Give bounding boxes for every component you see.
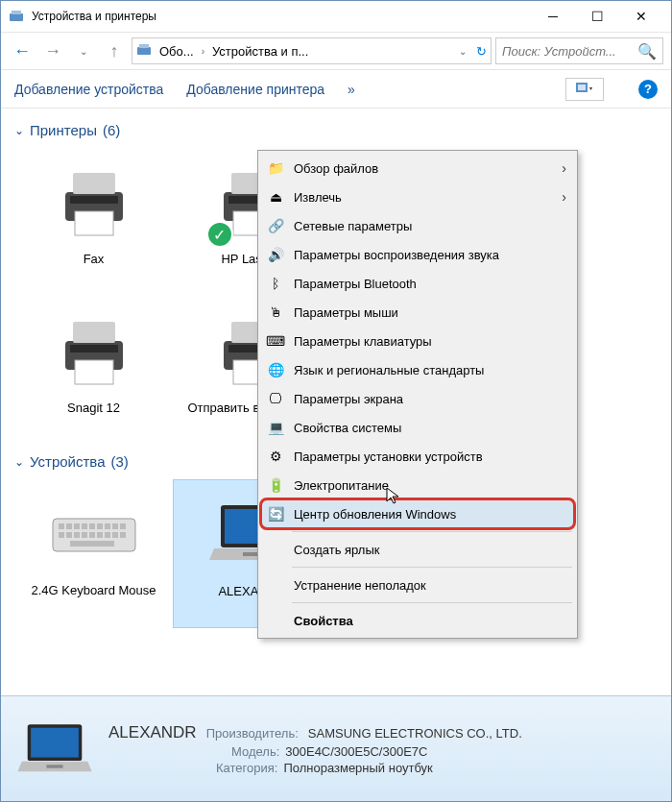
menu-item-label: Параметры Bluetooth [294,277,566,291]
svg-rect-30 [112,523,118,529]
keyboard-icon [48,487,140,579]
menu-item[interactable]: 🖵Параметры экрана [261,384,574,413]
blank-icon [267,612,284,629]
menu-separator [292,531,572,532]
region-icon: 🌐 [267,361,284,378]
menu-item-label: Параметры экрана [294,392,566,406]
device-item-fax[interactable]: Fax [14,148,173,297]
view-options-button[interactable] [565,78,604,101]
minimize-button[interactable]: ─ [531,1,575,32]
chevron-icon[interactable]: › [202,46,204,57]
menu-item[interactable]: ⏏Извлечь› [261,182,574,211]
menu-item[interactable]: 🔄Центр обновления Windows [261,499,574,528]
details-label: Производитель: [206,726,299,741]
network-icon: 🔗 [267,217,284,234]
chevron-down-icon[interactable]: ⌄ [459,46,467,57]
svg-rect-26 [82,523,87,529]
help-button[interactable]: ? [638,80,658,99]
printer-icon [48,304,140,397]
command-bar: Добавление устройства Добавление принтер… [1,70,671,109]
svg-rect-2 [137,47,151,55]
devices-icon [136,42,152,61]
update-icon: 🔄 [267,505,284,523]
blank-icon [267,576,284,594]
chevron-right-icon: › [562,189,566,205]
svg-rect-41 [70,541,114,547]
details-value: 300E4C/300E5C/300E7C [285,744,427,759]
up-button[interactable]: ↑ [101,37,128,64]
more-commands-button[interactable]: » [348,82,355,97]
menu-item[interactable]: ᛒПараметры Bluetooth [261,269,574,298]
device-item-keyboard[interactable]: 2.4G Keyboard Mouse [14,479,173,628]
menu-item[interactable]: Устранение неполадок [261,571,574,599]
keyboard-icon: ⌨ [267,332,284,350]
svg-rect-35 [82,532,87,538]
menu-item-label: Параметры установки устройств [294,450,566,464]
default-check-icon: ✓ [206,221,233,248]
menu-item-label: Свойства [294,614,566,628]
address-row: ← → ⌄ ↑ Обо... › Устройства и п... ⌄ ↻ 🔍 [1,32,671,70]
laptop-icon [16,720,93,778]
menu-item-label: Сетевые параметры [294,219,566,233]
menu-item[interactable]: 🔋Электропитание [261,471,574,499]
menu-item[interactable]: Свойства [261,606,574,635]
maximize-button[interactable]: ☐ [575,1,619,32]
menu-item[interactable]: 🌐Язык и региональные стандарты [261,355,574,384]
menu-item[interactable]: 💻Свойства системы [261,413,574,442]
device-label: Snagit 12 [67,401,120,416]
window-icon [9,9,24,24]
breadcrumb-seg[interactable]: Устройства и п... [208,42,312,61]
svg-rect-16 [75,360,113,384]
group-count: (6) [103,122,120,138]
menu-item[interactable]: 🔊Параметры воспроизведения звука [261,240,574,269]
device-icon: ⚙ [267,448,284,465]
context-menu: 📁Обзор файлов›⏏Извлечь›🔗Сетевые параметр… [257,150,578,639]
refresh-icon[interactable]: ↻ [476,44,487,59]
add-printer-button[interactable]: Добавление принтера [186,82,324,97]
menu-item-label: Свойства системы [294,421,566,435]
search-input[interactable] [502,44,634,59]
back-button[interactable]: ← [9,37,36,64]
svg-rect-9 [70,196,118,204]
address-bar[interactable]: Обо... › Устройства и п... ⌄ ↻ [132,37,492,64]
menu-item-label: Параметры клавиатуры [294,334,566,349]
menu-item-label: Центр обновления Windows [294,507,565,522]
svg-rect-3 [139,44,149,48]
menu-item[interactable]: 🔗Сетевые параметры [261,211,574,240]
svg-rect-32 [59,532,64,538]
group-header-printers[interactable]: ⌄ Принтеры (6) [14,122,658,138]
collapse-icon[interactable]: ⌄ [14,455,24,469]
svg-rect-0 [10,13,23,21]
svg-rect-37 [97,532,103,538]
svg-rect-5 [578,85,586,90]
recent-dropdown[interactable]: ⌄ [70,37,97,64]
svg-rect-31 [120,523,126,529]
menu-item[interactable]: 📁Обзор файлов› [261,154,574,182]
search-icon[interactable]: 🔍 [637,42,657,61]
breadcrumb-seg[interactable]: Обо... [156,42,198,61]
forward-button[interactable]: → [39,37,66,64]
eject-icon: ⏏ [267,188,284,206]
svg-rect-29 [105,523,110,529]
details-value: Полноразмерный ноутбук [283,761,432,775]
menu-item[interactable]: ⌨Параметры клавиатуры [261,327,574,355]
menu-item[interactable]: 🖱Параметры мыши [261,298,574,327]
details-name: ALEXANDR [108,723,197,742]
close-button[interactable]: ✕ [619,1,663,32]
device-label: 2.4G Keyboard Mouse [31,583,156,598]
svg-rect-23 [59,523,64,529]
svg-rect-51 [46,765,62,767]
group-count: (3) [110,453,128,470]
group-label: Устройства [30,453,105,470]
menu-item[interactable]: ⚙Параметры установки устройств [261,442,574,471]
collapse-icon[interactable]: ⌄ [14,124,24,137]
device-item-snagit[interactable]: Snagit 12 [14,297,173,446]
add-device-button[interactable]: Добавление устройства [14,82,163,97]
search-box[interactable]: 🔍 [495,37,663,64]
menu-item[interactable]: Создать ярлык [261,535,574,564]
svg-rect-15 [73,322,115,343]
svg-rect-40 [120,532,126,538]
menu-item-label: Электропитание [294,478,566,493]
system-icon: 💻 [267,419,284,436]
power-icon: 🔋 [267,476,284,494]
